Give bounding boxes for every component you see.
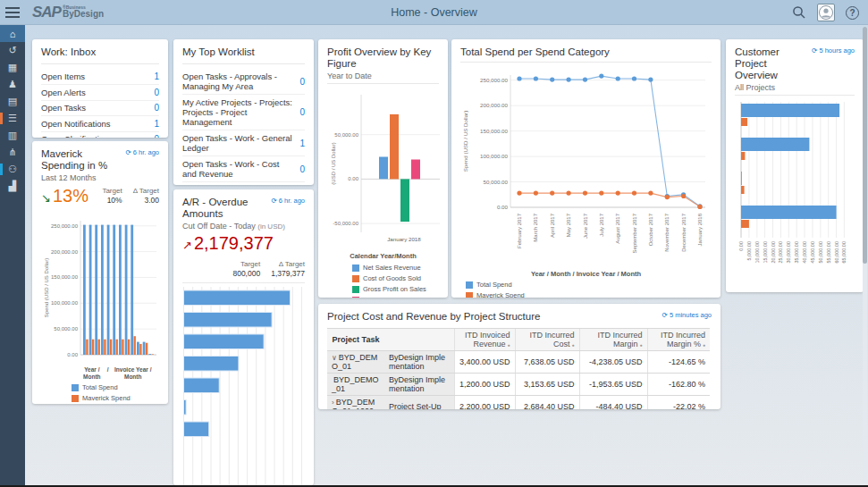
sidebar-item-business-partners[interactable]: ♟	[0, 76, 25, 93]
incurred-margin-pct-cell: -22.02 %	[647, 396, 710, 410]
sidebar-item-documents[interactable]: ▤	[0, 93, 25, 110]
incurred-margin-pct-cell: -124.65 %	[647, 351, 710, 374]
x-axis-label: Year / Month / Invoice Year / Month	[77, 366, 157, 380]
ar-overdue-tile[interactable]: A/R - Overdue Amounts ⟳ 6 hr. ago Cut Of…	[173, 189, 314, 485]
analytics-icon: ▟	[9, 181, 16, 192]
top-app-bar: SAP ®Business ByDesign Home - Overview ?	[0, 0, 868, 25]
column-header[interactable]: ITD Incurred Margin %●	[647, 329, 710, 351]
project-task-cell: ›BYD_DEMO_01_1000	[327, 396, 384, 410]
project-table: Project TaskITD Invoiced Revenue●ITD Inc…	[327, 328, 710, 409]
list-item[interactable]: My Active Projects - Projects: Projects …	[182, 94, 305, 130]
expander-icon[interactable]: ›	[332, 399, 334, 407]
nav-sidebar: ⌂↺▦♟▤☰▥⋔⚇▟	[0, 25, 25, 487]
list-item-count[interactable]: 0	[154, 103, 159, 113]
project-cost-revenue-tile[interactable]: Project Cost and Revenue by Project Stru…	[318, 304, 721, 409]
list-item-count[interactable]: 0	[299, 107, 305, 117]
sidebar-item-worklist[interactable]: ☰	[0, 110, 25, 127]
list-item[interactable]: Active (Unlimited Validity) - Job Defini…	[182, 181, 305, 185]
card-title: Project Cost and Revenue by Project Stru…	[327, 311, 540, 323]
list-item-count[interactable]: 1	[154, 119, 159, 129]
refresh-timestamp[interactable]: ⟳ 6 hr. ago	[271, 197, 305, 205]
project-description-cell: Project Set-Up	[384, 396, 454, 410]
svg-text:February 2017: February 2017	[517, 213, 522, 248]
worklist-icon: ☰	[8, 113, 17, 124]
list-item-count[interactable]: 1	[154, 71, 159, 81]
table-row[interactable]: ›BYD_DEMO_01_1000Project Set-Up2,200.00 …	[327, 396, 710, 410]
column-header[interactable]: ITD Invoiced Revenue●	[454, 329, 515, 351]
column-header[interactable]: ITD Incurred Cost●	[515, 329, 579, 351]
top-worklist-tile[interactable]: My Top Worklist Open Tasks - Approvals -…	[173, 39, 314, 185]
project-task-cell: ∨BYD_DEMO_01	[327, 351, 384, 374]
table-row[interactable]: BYD_DEMO_01ByDesign Implementation1,200.…	[327, 374, 710, 396]
list-item[interactable]: Open Tasks 0	[41, 100, 159, 115]
list-item-count[interactable]: 0	[299, 164, 305, 174]
sidebar-item-business-modules[interactable]: ▦	[0, 59, 25, 76]
chart-legend: Total SpendMaverick Spend	[72, 383, 159, 402]
scrollbar-thumb[interactable]	[863, 27, 867, 264]
list-item[interactable]: Open Notifications 1	[41, 115, 159, 130]
customer-project-tile[interactable]: Customer Project Overview ⟳ 5 hours ago …	[726, 39, 864, 292]
list-item[interactable]: Open Tasks - Work - Cost and Revenue 0	[182, 155, 305, 181]
x-axis-label: Calendar Year/Month	[327, 252, 439, 260]
trend-up-icon: ↗	[182, 239, 192, 252]
svg-text:200,000.00: 200,000.00	[51, 249, 79, 255]
list-item-label: My Active Projects - Projects: Projects …	[182, 97, 299, 127]
svg-text:March 2017: March 2017	[533, 213, 538, 241]
table-row[interactable]: ∨BYD_DEMO_01ByDesign Implementation3,400…	[327, 351, 710, 374]
chart-legend: Net Sales RevenueCost of Goods SoldGross…	[352, 264, 439, 298]
list-item[interactable]: Open Tasks - Approvals - Managing My Are…	[182, 69, 305, 94]
company-icon: ▥	[8, 130, 17, 141]
sidebar-item-company[interactable]: ▥	[0, 127, 25, 144]
incurred-margin-cell: -4,238.05 USD	[579, 351, 647, 374]
card-subtitle: Last 12 Months	[41, 173, 159, 182]
kpi-value: ↗2,179,377	[182, 233, 305, 256]
svg-text:30,000.00: 30,000.00	[786, 241, 791, 263]
refresh-icon: ⟳	[662, 311, 667, 319]
refresh-timestamp[interactable]: ⟳ 6 hr. ago	[125, 148, 159, 156]
list-item-count[interactable]: 0	[154, 134, 159, 138]
svg-text:0.00: 0.00	[67, 352, 78, 357]
column-header[interactable]: ITD Incurred Margin●	[579, 329, 647, 351]
avatar-icon	[819, 5, 833, 20]
svg-text:April 2017: April 2017	[550, 213, 555, 238]
profit-overview-tile[interactable]: Profit Overview by Key Figure Year to Da…	[318, 39, 448, 298]
list-item[interactable]: Open Items 1	[41, 69, 159, 84]
svg-text:50,000.00: 50,000.00	[54, 326, 78, 332]
home-icon: ⌂	[10, 29, 16, 39]
list-item[interactable]: Open Alerts 0	[41, 84, 159, 99]
sidebar-item-recent-history[interactable]: ↺	[0, 42, 25, 59]
sidebar-item-home[interactable]: ⌂	[0, 25, 25, 42]
column-header-description	[384, 329, 454, 351]
refresh-timestamp[interactable]: ⟳ 5 hours ago	[812, 46, 855, 55]
sidebar-item-analytics[interactable]: ▟	[0, 178, 25, 195]
sidebar-item-people[interactable]: ⚇	[0, 161, 25, 178]
sidebar-item-org-structures[interactable]: ⋔	[0, 144, 25, 161]
work-inbox-tile[interactable]: Work: Inbox Open Items 1Open Alerts 0Ope…	[32, 39, 168, 138]
list-item[interactable]: Open Clarifications 0	[41, 131, 159, 138]
svg-text:September 2017: September 2017	[632, 213, 637, 253]
svg-text:5,000.00: 5,000.00	[746, 241, 752, 260]
list-item-count[interactable]: 0	[154, 88, 159, 97]
list-item-label: Open Tasks - Work - Cost and Revenue	[182, 159, 299, 179]
list-item[interactable]: Open Tasks - Work - General Ledger 1	[182, 130, 305, 155]
incurred-margin-cell: -484.40 USD	[579, 396, 647, 410]
help-icon[interactable]: ?	[846, 6, 859, 20]
refresh-timestamp[interactable]: ⟳ 5 minutes ago	[662, 311, 712, 319]
list-item-label: Open Tasks - Approvals - Managing My Are…	[182, 71, 299, 91]
svg-text:0.00: 0.00	[348, 176, 358, 181]
total-spend-tile[interactable]: Total Spend per Spend Category 0.0050,00…	[451, 39, 721, 298]
svg-text:100,000.00: 100,000.00	[51, 300, 79, 306]
svg-text:250,000.00: 250,000.00	[51, 223, 79, 229]
project-task-cell: BYD_DEMO_01	[327, 374, 384, 396]
incurred-cost-cell: 7,638.05 USD	[515, 351, 579, 374]
list-item-count[interactable]: 1	[299, 139, 305, 148]
maverick-spending-tile[interactable]: Maverick Spending in % ⟳ 6 hr. ago Last …	[32, 141, 168, 404]
card-title: Customer Project Overview	[735, 46, 808, 81]
search-icon[interactable]	[792, 5, 806, 20]
vertical-scrollbar[interactable]	[863, 27, 867, 483]
user-avatar[interactable]	[817, 4, 835, 21]
expander-icon[interactable]: ∨	[332, 354, 337, 362]
status-indicator	[0, 164, 3, 175]
list-item-count[interactable]: 0	[299, 77, 305, 87]
incurred-margin-cell: -1,953.65 USD	[579, 374, 647, 396]
